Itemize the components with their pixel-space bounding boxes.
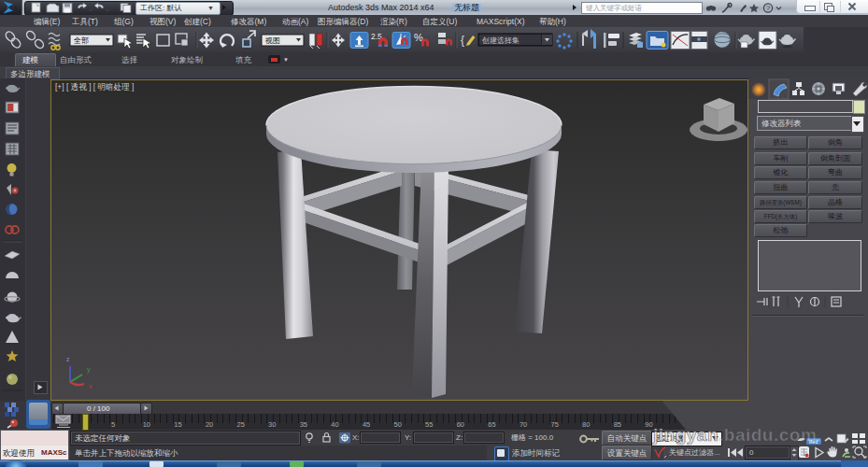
svg-text:视图: 视图 [264, 36, 280, 45]
svg-text:{: { [461, 34, 464, 47]
svg-text:创建选择集: 创建选择集 [481, 36, 519, 45]
svg-text:全部: 全部 [74, 36, 89, 45]
svg-text:x: x [89, 383, 92, 389]
svg-text:y: y [87, 366, 91, 374]
svg-text:z: z [66, 356, 70, 362]
svg-text:?: ? [766, 4, 771, 12]
